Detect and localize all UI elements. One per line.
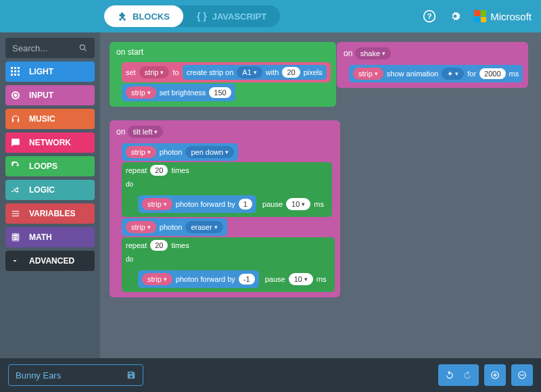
pause-block[interactable]: pause 10 ms <box>261 270 331 288</box>
svg-point-23 <box>14 239 14 239</box>
puzzle-icon <box>118 11 127 21</box>
category-loops[interactable]: LOOPS <box>5 156 95 176</box>
category-input[interactable]: INPUT <box>5 85 95 105</box>
pause-block[interactable]: pause 10 ms <box>258 195 328 213</box>
svg-rect-8 <box>14 70 16 72</box>
category-light[interactable]: LIGHT <box>5 62 95 82</box>
pen-dropdown[interactable]: pen down <box>185 146 234 158</box>
forward-kw: photon forward by <box>176 275 235 283</box>
do-kw: do <box>126 180 133 188</box>
repeat-kw: repeat <box>126 241 147 249</box>
brightness-value[interactable]: 150 <box>209 87 231 98</box>
settings-button[interactable] <box>448 9 462 23</box>
pixels-value[interactable]: 20 <box>282 67 300 78</box>
on-tilt-left-block[interactable]: on tilt left strip photon pen down repea… <box>110 120 340 297</box>
project-name-input[interactable]: Bunny Ears <box>8 364 143 386</box>
blocks-workspace[interactable]: on start set strip to create strip on A1… <box>100 32 541 358</box>
strip-dropdown[interactable]: strip <box>126 221 156 233</box>
strip-dropdown[interactable]: strip <box>353 68 383 80</box>
on-tilt-header: on tilt left <box>115 124 335 143</box>
svg-point-22 <box>17 237 18 238</box>
svg-rect-16 <box>12 213 20 214</box>
repeat-block[interactable]: repeat 20 times do strip photon forward … <box>122 162 332 217</box>
pin-dropdown[interactable]: A1 <box>237 66 262 78</box>
app-header: BLOCKS { } JAVASCRIPT ? Microsoft <box>0 0 541 32</box>
svg-rect-11 <box>14 74 16 76</box>
category-label: MATH <box>29 232 52 242</box>
category-advanced[interactable]: ADVANCED <box>5 251 95 271</box>
search-placeholder: Search... <box>12 43 47 53</box>
category-math[interactable]: MATH <box>5 227 95 247</box>
category-label: VARIABLES <box>29 209 75 218</box>
photon-eraser-block[interactable]: strip photon eraser <box>122 218 227 236</box>
editor-footer: Bunny Ears <box>0 358 541 392</box>
headphones-icon <box>11 114 23 124</box>
eraser-dropdown[interactable]: eraser <box>185 221 222 233</box>
duration-value[interactable]: 2000 <box>479 68 505 79</box>
forward-value[interactable]: 1 <box>239 199 252 210</box>
pause-value[interactable]: 10 <box>289 273 313 285</box>
svg-rect-17 <box>12 216 20 216</box>
save-icon[interactable] <box>126 370 136 380</box>
pause-kw: pause <box>262 200 283 208</box>
target-icon <box>11 91 23 100</box>
times-kw: times <box>171 166 189 174</box>
animation-dropdown[interactable]: ✦ <box>442 68 464 80</box>
list-icon <box>11 209 23 218</box>
category-logic[interactable]: LOGIC <box>5 180 95 200</box>
category-label: ADVANCED <box>29 256 74 266</box>
svg-rect-10 <box>11 74 13 76</box>
redo-button[interactable] <box>463 370 472 380</box>
category-music[interactable]: MUSIC <box>5 109 95 129</box>
search-input[interactable]: Search... <box>5 38 95 58</box>
set-brightness-block[interactable]: strip set brightness 150 <box>122 84 235 101</box>
svg-rect-4 <box>11 67 13 69</box>
zoom-out-button[interactable] <box>511 364 533 386</box>
photon-forward-block[interactable]: strip photon forward by -1 <box>138 270 259 288</box>
repeat-value[interactable]: 20 <box>150 240 168 251</box>
repeat-block[interactable]: repeat 20 times do strip photon forward … <box>122 237 335 292</box>
category-label: INPUT <box>29 91 53 100</box>
tab-js-label: JAVASCRIPT <box>212 11 266 22</box>
category-variables[interactable]: VARIABLES <box>5 203 95 224</box>
set-variable-block[interactable]: set strip to create strip on A1 with 20 … <box>122 62 331 82</box>
help-button[interactable]: ? <box>423 9 436 23</box>
repeat-value[interactable]: 20 <box>150 165 168 176</box>
photon-kw: photon <box>160 223 183 231</box>
svg-point-14 <box>15 95 17 97</box>
with-kw: with <box>266 68 279 76</box>
chat-icon <box>11 138 23 147</box>
pause-value[interactable]: 10 <box>286 198 310 210</box>
undo-button[interactable] <box>445 370 454 380</box>
strip-dropdown[interactable]: strip <box>126 146 156 158</box>
category-label: LOGIC <box>29 185 55 195</box>
gesture-dropdown[interactable]: shake <box>355 47 391 59</box>
tab-javascript[interactable]: { } JAVASCRIPT <box>183 5 280 27</box>
strip-dropdown[interactable]: strip <box>126 87 156 99</box>
category-network[interactable]: NETWORK <box>5 132 95 153</box>
on-shake-block[interactable]: on shake strip show animation ✦ for 2000… <box>337 42 528 88</box>
svg-rect-19 <box>14 235 18 237</box>
show-animation-block[interactable]: strip show animation ✦ for 2000 ms <box>349 65 523 82</box>
category-label: MUSIC <box>29 114 55 124</box>
photon-forward-block[interactable]: strip photon forward by 1 <box>138 195 256 213</box>
braces-icon: { } <box>197 11 207 22</box>
on-start-block[interactable]: on start set strip to create strip on A1… <box>110 42 336 107</box>
refresh-icon <box>11 162 23 171</box>
create-strip-block[interactable]: create strip on A1 with 20 pixels <box>183 65 327 80</box>
toolbox-sidebar: Search... LIGHT INPUT MUSIC NETWORK LOOP… <box>0 32 100 358</box>
zoom-in-button[interactable] <box>484 364 506 386</box>
strip-dropdown[interactable]: strip <box>142 273 172 285</box>
svg-rect-15 <box>12 211 20 212</box>
tab-blocks[interactable]: BLOCKS <box>104 5 183 27</box>
photon-pen-block[interactable]: strip photon pen down <box>122 143 238 161</box>
header-right: ? Microsoft <box>423 9 532 23</box>
set-kw: set <box>126 68 136 76</box>
strip-dropdown[interactable]: strip <box>142 198 172 210</box>
chevron-down-icon <box>11 257 23 265</box>
on-shake-header: on shake <box>342 46 523 65</box>
forward-value[interactable]: -1 <box>239 274 255 285</box>
strip-dropdown[interactable]: strip <box>139 66 170 78</box>
microsoft-logo[interactable]: Microsoft <box>474 10 532 22</box>
event-dropdown[interactable]: tilt left <box>128 126 164 138</box>
